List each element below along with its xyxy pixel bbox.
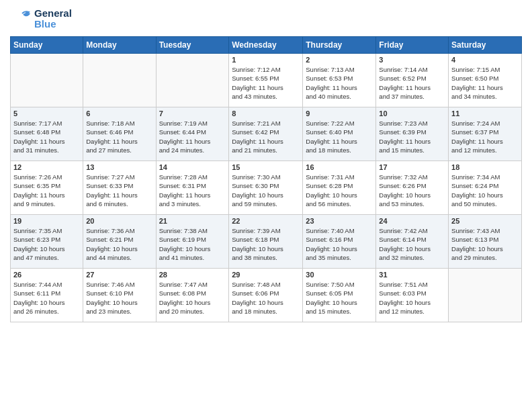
calendar-cell: 15Sunrise: 7:30 AM Sunset: 6:30 PM Dayli… xyxy=(229,161,303,215)
day-info: Sunrise: 7:40 AM Sunset: 6:16 PM Dayligh… xyxy=(306,226,373,262)
logo-container: General Blue xyxy=(10,7,72,31)
weekday-header-saturday: Saturday xyxy=(449,37,522,54)
calendar-cell: 27Sunrise: 7:46 AM Sunset: 6:10 PM Dayli… xyxy=(83,269,156,322)
day-info: Sunrise: 7:36 AM Sunset: 6:21 PM Dayligh… xyxy=(86,226,152,262)
day-info: Sunrise: 7:28 AM Sunset: 6:31 PM Dayligh… xyxy=(159,173,226,208)
day-info: Sunrise: 7:17 AM Sunset: 6:48 PM Dayligh… xyxy=(13,119,80,154)
weekday-header-sunday: Sunday xyxy=(11,37,83,54)
week-row-1: 1Sunrise: 7:12 AM Sunset: 6:55 PM Daylig… xyxy=(11,54,522,107)
day-number: 5 xyxy=(13,109,80,118)
day-number: 30 xyxy=(306,271,373,279)
week-row-2: 5Sunrise: 7:17 AM Sunset: 6:48 PM Daylig… xyxy=(11,107,522,161)
day-number: 3 xyxy=(379,56,445,64)
calendar-cell: 28Sunrise: 7:47 AM Sunset: 6:08 PM Dayli… xyxy=(156,269,229,322)
calendar-cell: 24Sunrise: 7:42 AM Sunset: 6:14 PM Dayli… xyxy=(376,215,449,269)
day-number: 19 xyxy=(13,217,80,225)
calendar-cell: 3Sunrise: 7:14 AM Sunset: 6:52 PM Daylig… xyxy=(376,54,449,107)
calendar-cell: 30Sunrise: 7:50 AM Sunset: 6:05 PM Dayli… xyxy=(303,269,376,322)
day-number: 28 xyxy=(159,271,226,279)
day-number: 22 xyxy=(232,217,300,225)
logo-blue: Blue xyxy=(34,19,72,30)
day-info: Sunrise: 7:24 AM Sunset: 6:37 PM Dayligh… xyxy=(451,119,519,154)
calendar-cell: 10Sunrise: 7:23 AM Sunset: 6:39 PM Dayli… xyxy=(376,107,449,161)
day-info: Sunrise: 7:30 AM Sunset: 6:30 PM Dayligh… xyxy=(232,173,300,208)
day-info: Sunrise: 7:27 AM Sunset: 6:33 PM Dayligh… xyxy=(86,173,152,208)
weekday-header-monday: Monday xyxy=(83,37,156,54)
calendar-cell: 19Sunrise: 7:35 AM Sunset: 6:23 PM Dayli… xyxy=(11,215,83,269)
day-number: 6 xyxy=(86,109,152,118)
day-number: 14 xyxy=(159,163,226,171)
day-number: 13 xyxy=(86,163,152,171)
day-number: 11 xyxy=(451,109,519,118)
day-number: 16 xyxy=(306,163,373,171)
day-info: Sunrise: 7:23 AM Sunset: 6:39 PM Dayligh… xyxy=(379,119,445,154)
day-info: Sunrise: 7:21 AM Sunset: 6:42 PM Dayligh… xyxy=(232,119,300,154)
day-number: 17 xyxy=(379,163,445,171)
day-number: 24 xyxy=(379,217,445,225)
day-info: Sunrise: 7:13 AM Sunset: 6:53 PM Dayligh… xyxy=(306,65,373,101)
calendar-cell: 29Sunrise: 7:48 AM Sunset: 6:06 PM Dayli… xyxy=(229,269,303,322)
logo: General Blue xyxy=(10,7,72,31)
day-number: 9 xyxy=(306,109,373,118)
calendar-cell: 16Sunrise: 7:31 AM Sunset: 6:28 PM Dayli… xyxy=(303,161,376,215)
calendar-cell: 17Sunrise: 7:32 AM Sunset: 6:26 PM Dayli… xyxy=(376,161,449,215)
calendar-cell: 14Sunrise: 7:28 AM Sunset: 6:31 PM Dayli… xyxy=(156,161,229,215)
day-number: 20 xyxy=(86,217,152,225)
calendar-cell: 4Sunrise: 7:15 AM Sunset: 6:50 PM Daylig… xyxy=(449,54,522,107)
calendar-cell: 12Sunrise: 7:26 AM Sunset: 6:35 PM Dayli… xyxy=(11,161,83,215)
day-info: Sunrise: 7:38 AM Sunset: 6:19 PM Dayligh… xyxy=(159,226,226,262)
day-info: Sunrise: 7:12 AM Sunset: 6:55 PM Dayligh… xyxy=(232,65,300,101)
calendar-cell xyxy=(11,54,83,107)
week-row-5: 26Sunrise: 7:44 AM Sunset: 6:11 PM Dayli… xyxy=(11,269,522,322)
day-info: Sunrise: 7:34 AM Sunset: 6:24 PM Dayligh… xyxy=(451,173,519,208)
day-number: 7 xyxy=(159,109,226,118)
calendar-cell xyxy=(156,54,229,107)
day-number: 21 xyxy=(159,217,226,225)
day-info: Sunrise: 7:35 AM Sunset: 6:23 PM Dayligh… xyxy=(13,226,80,262)
day-number: 4 xyxy=(451,56,519,64)
calendar-cell: 2Sunrise: 7:13 AM Sunset: 6:53 PM Daylig… xyxy=(303,54,376,107)
week-row-3: 12Sunrise: 7:26 AM Sunset: 6:35 PM Dayli… xyxy=(11,161,522,215)
logo-text: General Blue xyxy=(34,8,72,30)
day-info: Sunrise: 7:18 AM Sunset: 6:46 PM Dayligh… xyxy=(86,119,152,154)
calendar-cell: 1Sunrise: 7:12 AM Sunset: 6:55 PM Daylig… xyxy=(229,54,303,107)
header: General Blue xyxy=(10,7,522,31)
day-info: Sunrise: 7:19 AM Sunset: 6:44 PM Dayligh… xyxy=(159,119,226,154)
weekday-header-row: SundayMondayTuesdayWednesdayThursdayFrid… xyxy=(11,37,522,54)
calendar-cell: 25Sunrise: 7:43 AM Sunset: 6:13 PM Dayli… xyxy=(449,215,522,269)
calendar: SundayMondayTuesdayWednesdayThursdayFrid… xyxy=(10,36,522,322)
day-number: 8 xyxy=(232,109,300,118)
day-number: 25 xyxy=(451,217,519,225)
day-info: Sunrise: 7:31 AM Sunset: 6:28 PM Dayligh… xyxy=(306,173,373,208)
logo-general: General xyxy=(34,8,72,19)
calendar-cell xyxy=(449,269,522,322)
weekday-header-tuesday: Tuesday xyxy=(156,37,229,54)
day-number: 12 xyxy=(13,163,80,171)
day-info: Sunrise: 7:51 AM Sunset: 6:03 PM Dayligh… xyxy=(379,280,445,316)
day-number: 2 xyxy=(306,56,373,64)
calendar-cell: 31Sunrise: 7:51 AM Sunset: 6:03 PM Dayli… xyxy=(376,269,449,322)
calendar-cell: 13Sunrise: 7:27 AM Sunset: 6:33 PM Dayli… xyxy=(83,161,156,215)
calendar-cell: 9Sunrise: 7:22 AM Sunset: 6:40 PM Daylig… xyxy=(303,107,376,161)
calendar-cell xyxy=(83,54,156,107)
day-number: 27 xyxy=(86,271,152,279)
day-info: Sunrise: 7:15 AM Sunset: 6:50 PM Dayligh… xyxy=(451,65,519,101)
day-info: Sunrise: 7:22 AM Sunset: 6:40 PM Dayligh… xyxy=(306,119,373,154)
weekday-header-friday: Friday xyxy=(376,37,449,54)
day-number: 15 xyxy=(232,163,300,171)
day-info: Sunrise: 7:47 AM Sunset: 6:08 PM Dayligh… xyxy=(159,280,226,316)
calendar-cell: 20Sunrise: 7:36 AM Sunset: 6:21 PM Dayli… xyxy=(83,215,156,269)
calendar-cell: 11Sunrise: 7:24 AM Sunset: 6:37 PM Dayli… xyxy=(449,107,522,161)
calendar-cell: 26Sunrise: 7:44 AM Sunset: 6:11 PM Dayli… xyxy=(11,269,83,322)
day-info: Sunrise: 7:48 AM Sunset: 6:06 PM Dayligh… xyxy=(232,280,300,316)
day-number: 26 xyxy=(13,271,80,279)
calendar-cell: 23Sunrise: 7:40 AM Sunset: 6:16 PM Dayli… xyxy=(303,215,376,269)
calendar-cell: 7Sunrise: 7:19 AM Sunset: 6:44 PM Daylig… xyxy=(156,107,229,161)
day-info: Sunrise: 7:42 AM Sunset: 6:14 PM Dayligh… xyxy=(379,226,445,262)
calendar-cell: 22Sunrise: 7:39 AM Sunset: 6:18 PM Dayli… xyxy=(229,215,303,269)
calendar-cell: 8Sunrise: 7:21 AM Sunset: 6:42 PM Daylig… xyxy=(229,107,303,161)
day-info: Sunrise: 7:50 AM Sunset: 6:05 PM Dayligh… xyxy=(306,280,373,316)
day-number: 18 xyxy=(451,163,519,171)
day-number: 10 xyxy=(379,109,445,118)
weekday-header-thursday: Thursday xyxy=(303,37,376,54)
